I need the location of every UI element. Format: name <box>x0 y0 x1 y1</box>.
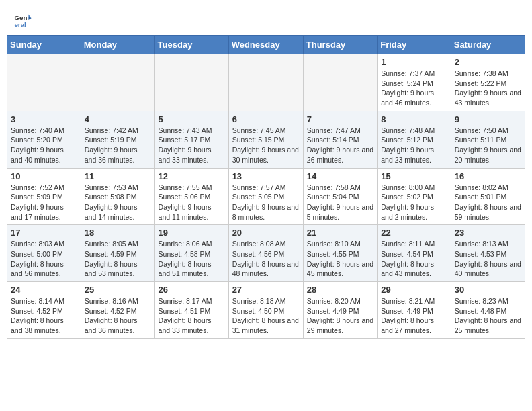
day-info: Sunrise: 8:13 AM Sunset: 4:53 PM Dayligh… <box>455 239 521 279</box>
day-number: 25 <box>85 285 151 295</box>
calendar-week-row: 3Sunrise: 7:40 AM Sunset: 5:20 PM Daylig… <box>7 111 525 168</box>
day-number: 11 <box>85 171 151 181</box>
calendar-table: SundayMondayTuesdayWednesdayThursdayFrid… <box>7 35 525 339</box>
day-info: Sunrise: 8:08 AM Sunset: 4:56 PM Dayligh… <box>232 239 300 279</box>
calendar-body: 1Sunrise: 7:37 AM Sunset: 5:24 PM Daylig… <box>7 54 525 339</box>
day-of-week-header: Wednesday <box>228 36 303 54</box>
calendar-cell: 27Sunrise: 8:18 AM Sunset: 4:50 PM Dayli… <box>228 282 303 339</box>
calendar-cell: 13Sunrise: 7:57 AM Sunset: 5:05 PM Dayli… <box>228 168 303 225</box>
calendar-cell: 15Sunrise: 8:00 AM Sunset: 5:02 PM Dayli… <box>378 168 451 225</box>
day-number: 4 <box>85 114 151 124</box>
calendar-cell: 2Sunrise: 7:38 AM Sunset: 5:22 PM Daylig… <box>451 54 525 111</box>
day-number: 7 <box>307 114 373 124</box>
day-info: Sunrise: 8:20 AM Sunset: 4:49 PM Dayligh… <box>307 296 373 336</box>
day-number: 26 <box>159 285 225 295</box>
day-info: Sunrise: 7:37 AM Sunset: 5:24 PM Dayligh… <box>381 68 447 108</box>
calendar-cell: 29Sunrise: 8:21 AM Sunset: 4:49 PM Dayli… <box>378 282 451 339</box>
day-info: Sunrise: 8:03 AM Sunset: 5:00 PM Dayligh… <box>11 239 77 279</box>
day-of-week-header: Thursday <box>303 36 377 54</box>
day-info: Sunrise: 8:21 AM Sunset: 4:49 PM Dayligh… <box>381 296 447 336</box>
day-number: 10 <box>11 171 77 181</box>
calendar-cell: 7Sunrise: 7:47 AM Sunset: 5:14 PM Daylig… <box>303 111 377 168</box>
day-number: 30 <box>455 285 521 295</box>
day-number: 28 <box>307 285 373 295</box>
logo: Gen eral <box>13 11 35 30</box>
day-info: Sunrise: 8:02 AM Sunset: 5:01 PM Dayligh… <box>455 183 521 222</box>
calendar-header-row: SundayMondayTuesdayWednesdayThursdayFrid… <box>7 36 525 54</box>
day-info: Sunrise: 7:38 AM Sunset: 5:22 PM Dayligh… <box>455 68 521 108</box>
day-number: 27 <box>232 285 300 295</box>
day-info: Sunrise: 8:18 AM Sunset: 4:50 PM Dayligh… <box>232 296 300 336</box>
calendar-cell: 4Sunrise: 7:42 AM Sunset: 5:19 PM Daylig… <box>81 111 154 168</box>
day-number: 22 <box>381 228 447 238</box>
calendar-cell: 1Sunrise: 7:37 AM Sunset: 5:24 PM Daylig… <box>378 54 451 111</box>
day-info: Sunrise: 8:06 AM Sunset: 4:58 PM Dayligh… <box>159 239 225 279</box>
day-number: 12 <box>159 171 225 181</box>
calendar-cell: 18Sunrise: 8:05 AM Sunset: 4:59 PM Dayli… <box>81 225 154 282</box>
day-info: Sunrise: 7:58 AM Sunset: 5:04 PM Dayligh… <box>307 183 373 222</box>
day-info: Sunrise: 7:43 AM Sunset: 5:17 PM Dayligh… <box>159 126 225 165</box>
day-number: 23 <box>455 228 521 238</box>
calendar-cell: 17Sunrise: 8:03 AM Sunset: 5:00 PM Dayli… <box>7 225 81 282</box>
day-info: Sunrise: 8:10 AM Sunset: 4:55 PM Dayligh… <box>307 239 373 279</box>
calendar-cell: 24Sunrise: 8:14 AM Sunset: 4:52 PM Dayli… <box>7 282 81 339</box>
day-info: Sunrise: 7:55 AM Sunset: 5:06 PM Dayligh… <box>159 183 225 222</box>
calendar-cell: 28Sunrise: 8:20 AM Sunset: 4:49 PM Dayli… <box>303 282 377 339</box>
day-of-week-header: Monday <box>81 36 154 54</box>
calendar-cell: 22Sunrise: 8:11 AM Sunset: 4:54 PM Dayli… <box>378 225 451 282</box>
calendar-wrapper: SundayMondayTuesdayWednesdayThursdayFrid… <box>0 35 532 346</box>
calendar-cell: 8Sunrise: 7:48 AM Sunset: 5:12 PM Daylig… <box>378 111 451 168</box>
calendar-cell: 10Sunrise: 7:52 AM Sunset: 5:09 PM Dayli… <box>7 168 81 225</box>
calendar-cell: 5Sunrise: 7:43 AM Sunset: 5:17 PM Daylig… <box>154 111 228 168</box>
day-number: 13 <box>232 171 300 181</box>
day-info: Sunrise: 7:57 AM Sunset: 5:05 PM Dayligh… <box>232 183 300 222</box>
day-info: Sunrise: 7:40 AM Sunset: 5:20 PM Dayligh… <box>11 126 77 165</box>
calendar-cell: 6Sunrise: 7:45 AM Sunset: 5:15 PM Daylig… <box>228 111 303 168</box>
day-of-week-header: Saturday <box>451 36 525 54</box>
calendar-cell: 12Sunrise: 7:55 AM Sunset: 5:06 PM Dayli… <box>154 168 228 225</box>
calendar-cell <box>7 54 81 111</box>
day-info: Sunrise: 8:11 AM Sunset: 4:54 PM Dayligh… <box>381 239 447 279</box>
day-of-week-header: Sunday <box>7 36 81 54</box>
day-number: 16 <box>455 171 521 181</box>
svg-text:eral: eral <box>14 21 26 28</box>
calendar-cell: 14Sunrise: 7:58 AM Sunset: 5:04 PM Dayli… <box>303 168 377 225</box>
day-number: 3 <box>11 114 77 124</box>
calendar-cell: 23Sunrise: 8:13 AM Sunset: 4:53 PM Dayli… <box>451 225 525 282</box>
calendar-cell: 3Sunrise: 7:40 AM Sunset: 5:20 PM Daylig… <box>7 111 81 168</box>
day-info: Sunrise: 7:52 AM Sunset: 5:09 PM Dayligh… <box>11 183 77 222</box>
calendar-week-row: 24Sunrise: 8:14 AM Sunset: 4:52 PM Dayli… <box>7 282 525 339</box>
calendar-cell <box>303 54 377 111</box>
day-number: 14 <box>307 171 373 181</box>
day-info: Sunrise: 7:45 AM Sunset: 5:15 PM Dayligh… <box>232 126 300 165</box>
day-number: 5 <box>159 114 225 124</box>
day-number: 2 <box>455 57 521 67</box>
day-info: Sunrise: 7:48 AM Sunset: 5:12 PM Dayligh… <box>381 126 447 165</box>
day-number: 8 <box>381 114 447 124</box>
day-number: 19 <box>159 228 225 238</box>
calendar-cell: 11Sunrise: 7:53 AM Sunset: 5:08 PM Dayli… <box>81 168 154 225</box>
calendar-cell <box>81 54 154 111</box>
day-info: Sunrise: 7:42 AM Sunset: 5:19 PM Dayligh… <box>85 126 151 165</box>
calendar-cell: 21Sunrise: 8:10 AM Sunset: 4:55 PM Dayli… <box>303 225 377 282</box>
calendar-cell <box>154 54 228 111</box>
day-number: 24 <box>11 285 77 295</box>
day-number: 17 <box>11 228 77 238</box>
day-info: Sunrise: 8:00 AM Sunset: 5:02 PM Dayligh… <box>381 183 447 222</box>
day-info: Sunrise: 8:14 AM Sunset: 4:52 PM Dayligh… <box>11 296 77 336</box>
day-info: Sunrise: 8:16 AM Sunset: 4:52 PM Dayligh… <box>85 296 151 336</box>
page-header: Gen eral <box>0 0 532 35</box>
day-number: 29 <box>381 285 447 295</box>
calendar-cell: 30Sunrise: 8:23 AM Sunset: 4:48 PM Dayli… <box>451 282 525 339</box>
logo-icon: Gen eral <box>13 11 32 30</box>
day-number: 15 <box>381 171 447 181</box>
day-info: Sunrise: 7:53 AM Sunset: 5:08 PM Dayligh… <box>85 183 151 222</box>
day-info: Sunrise: 7:50 AM Sunset: 5:11 PM Dayligh… <box>455 126 521 165</box>
calendar-week-row: 1Sunrise: 7:37 AM Sunset: 5:24 PM Daylig… <box>7 54 525 111</box>
day-number: 20 <box>232 228 300 238</box>
calendar-week-row: 17Sunrise: 8:03 AM Sunset: 5:00 PM Dayli… <box>7 225 525 282</box>
calendar-cell: 9Sunrise: 7:50 AM Sunset: 5:11 PM Daylig… <box>451 111 525 168</box>
day-info: Sunrise: 8:23 AM Sunset: 4:48 PM Dayligh… <box>455 296 521 336</box>
calendar-cell: 26Sunrise: 8:17 AM Sunset: 4:51 PM Dayli… <box>154 282 228 339</box>
day-info: Sunrise: 8:17 AM Sunset: 4:51 PM Dayligh… <box>159 296 225 336</box>
